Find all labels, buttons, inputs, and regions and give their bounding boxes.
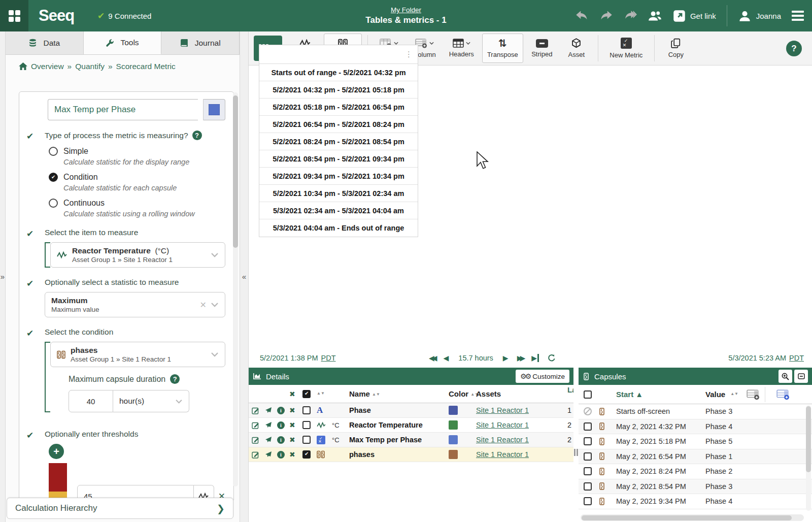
range-duration[interactable]: 15.7 hours bbox=[458, 354, 493, 362]
step-back-icon[interactable]: ◀ bbox=[444, 354, 449, 362]
capsule-row[interactable]: Starts off-screen Phase 3 bbox=[579, 404, 812, 419]
tab-data[interactable]: Data bbox=[6, 31, 84, 54]
asset-link[interactable]: Site 1 Reactor 1 bbox=[476, 450, 567, 459]
edit-icon[interactable] bbox=[252, 451, 265, 459]
panel-scrollbar[interactable] bbox=[233, 92, 238, 486]
duration-unit-select[interactable]: hour(s) bbox=[113, 390, 189, 412]
tab-journal[interactable]: Journal bbox=[161, 31, 240, 54]
customize-button[interactable]: ⚙⚙ Customize bbox=[516, 370, 569, 383]
share-forward-icon[interactable] bbox=[624, 9, 637, 23]
folder-breadcrumb-link[interactable]: My Folder bbox=[391, 6, 421, 14]
asset-link[interactable]: Site 1 Reactor 1 bbox=[476, 406, 567, 414]
asset-link[interactable]: Site 1 Reactor 1 bbox=[476, 421, 567, 429]
info-icon[interactable]: i bbox=[277, 407, 285, 414]
collapse-panel-button[interactable] bbox=[794, 370, 808, 383]
add-column-icon[interactable] bbox=[747, 389, 760, 400]
table-header-cell[interactable]: ⋮ bbox=[259, 45, 418, 64]
remove-icon[interactable]: ✖ bbox=[289, 436, 302, 444]
home-icon[interactable] bbox=[19, 62, 27, 71]
row-checkbox[interactable] bbox=[584, 467, 592, 475]
threshold-color-column[interactable] bbox=[49, 463, 67, 502]
details-row-selected[interactable]: i ✖ phases Site 1 Reactor 1 bbox=[249, 447, 573, 462]
zoom-to-capsule-button[interactable] bbox=[779, 370, 792, 383]
statistic-select[interactable]: Maximum Maximum value ✕ bbox=[45, 292, 225, 317]
table-row[interactable]: 5/2/2021 04:32 pm - 5/2/2021 05:18 pm bbox=[259, 81, 418, 99]
undo-icon[interactable] bbox=[575, 9, 589, 23]
capsule-row[interactable]: May 2, 2021 9:34 PM Phase 4 bbox=[579, 494, 812, 509]
select-all-checkbox[interactable] bbox=[302, 390, 311, 398]
get-link-button[interactable]: Get link bbox=[672, 9, 716, 23]
calculation-hierarchy-bar[interactable]: Calculation Hierarchy ❯ bbox=[7, 498, 233, 519]
metric-color-picker[interactable] bbox=[203, 99, 225, 120]
remove-icon[interactable]: ✖ bbox=[289, 450, 302, 459]
item-select[interactable]: Reactor Temperature (°C) Asset Group 1 »… bbox=[50, 242, 225, 268]
table-row[interactable]: 5/2/2021 05:18 pm - 5/2/2021 06:54 pm bbox=[259, 99, 418, 116]
help-question-icon[interactable]: ? bbox=[170, 374, 180, 384]
select-all-checkbox[interactable] bbox=[584, 390, 592, 399]
timezone-link[interactable]: PDT bbox=[789, 354, 804, 362]
table-row[interactable]: 5/3/2021 02:34 am - 5/3/2021 04:04 am bbox=[259, 202, 418, 219]
info-icon[interactable]: i bbox=[277, 436, 285, 444]
collapse-tools-panel-handle[interactable]: « bbox=[240, 31, 249, 522]
users-icon[interactable] bbox=[648, 9, 662, 23]
tab-tools[interactable]: Tools bbox=[84, 31, 162, 54]
color-swatch[interactable] bbox=[449, 406, 458, 415]
help-button[interactable]: ? bbox=[786, 41, 802, 56]
step-to-end-icon[interactable]: ▶ bbox=[531, 354, 539, 362]
range-end[interactable]: 5/3/2021 5:23 AMPDT bbox=[728, 354, 804, 362]
breadcrumb-overview[interactable]: Overview bbox=[31, 62, 64, 71]
lane-column-header[interactable]: Lane ▲ bbox=[567, 385, 573, 403]
radio-condition[interactable]: Condition bbox=[49, 173, 225, 182]
threshold-high-color[interactable] bbox=[49, 463, 67, 492]
table-row[interactable]: 5/2/2021 08:54 pm - 5/2/2021 09:34 pm bbox=[259, 150, 418, 168]
table-row[interactable]: 5/2/2021 08:24 pm - 5/2/2021 08:54 pm bbox=[259, 133, 418, 150]
capsule-row[interactable]: May 2, 2021 8:54 PM Phase 3 bbox=[579, 479, 812, 495]
table-row[interactable]: 5/2/2021 10:34 pm - 5/3/2021 02:34 am bbox=[259, 185, 418, 202]
connection-status[interactable]: ✔ 9 Connected bbox=[97, 11, 151, 21]
start-column-header[interactable]: Start ▲ bbox=[616, 390, 705, 399]
capsule-row[interactable]: May 2, 2021 4:32 PM Phase 4 bbox=[579, 419, 812, 435]
range-start[interactable]: 5/2/2021 1:38 PMPDT bbox=[260, 354, 335, 362]
edit-icon[interactable] bbox=[252, 436, 265, 444]
toolbar-striped-button[interactable]: Striped bbox=[526, 34, 558, 63]
edit-icon[interactable] bbox=[252, 421, 265, 429]
timezone-link[interactable]: PDT bbox=[321, 354, 335, 362]
rocket-icon[interactable] bbox=[265, 421, 277, 429]
refresh-icon[interactable] bbox=[548, 354, 556, 362]
toolbar-copy-button[interactable]: Copy bbox=[660, 34, 692, 63]
capsules-vertical-scrollbar[interactable] bbox=[806, 405, 811, 511]
add-threshold-button[interactable]: + bbox=[49, 444, 64, 459]
row-checkbox[interactable] bbox=[302, 421, 311, 429]
radio-continuous[interactable]: Continuous bbox=[49, 199, 225, 208]
metric-name-input[interactable] bbox=[48, 99, 198, 120]
sort-icon[interactable]: ▲▼ bbox=[730, 393, 738, 396]
step-back-double-icon[interactable]: ◀◀ bbox=[429, 354, 435, 362]
capsule-row[interactable]: May 2, 2021 8:24 PM Phase 2 bbox=[579, 464, 812, 479]
ellipsis-menu-icon[interactable]: ⋮ bbox=[405, 50, 413, 59]
capsule-row[interactable]: May 2, 2021 5:18 PM Phase 5 bbox=[579, 434, 812, 449]
asset-link[interactable]: Site 1 Reactor 1 bbox=[476, 436, 567, 444]
expand-left-panel-handle[interactable]: » bbox=[0, 31, 6, 522]
add-property-column-icon[interactable] bbox=[776, 389, 790, 400]
breadcrumb-quantify[interactable]: Quantify bbox=[75, 62, 105, 71]
toolbar-headers-button[interactable]: Headers bbox=[444, 34, 479, 63]
hamburger-menu-icon[interactable] bbox=[792, 11, 804, 21]
sort-icon[interactable]: ▲▼ bbox=[372, 394, 380, 396]
row-checkbox[interactable] bbox=[584, 497, 592, 505]
row-checkbox[interactable] bbox=[584, 437, 592, 445]
radio-simple[interactable]: Simple bbox=[49, 147, 225, 156]
value-column-header[interactable]: Value bbox=[705, 390, 725, 399]
row-checkbox[interactable] bbox=[584, 422, 592, 431]
redo-icon[interactable] bbox=[599, 9, 613, 23]
table-row[interactable]: 5/2/2021 09:34 pm - 5/2/2021 10:34 pm bbox=[259, 168, 418, 185]
row-checkbox[interactable] bbox=[302, 436, 311, 444]
color-swatch[interactable] bbox=[449, 420, 458, 430]
sort-icon[interactable]: ▲▼ bbox=[317, 393, 332, 395]
table-row[interactable]: 5/3/2021 04:04 am - Ends out of range bbox=[259, 219, 418, 237]
row-checkbox[interactable] bbox=[302, 406, 311, 414]
info-icon[interactable]: i bbox=[277, 421, 285, 429]
apps-menu-button[interactable] bbox=[0, 0, 28, 31]
rocket-icon[interactable] bbox=[265, 436, 277, 443]
row-checkbox[interactable] bbox=[302, 450, 311, 459]
step-forward-icon[interactable]: ▶ bbox=[503, 354, 509, 362]
